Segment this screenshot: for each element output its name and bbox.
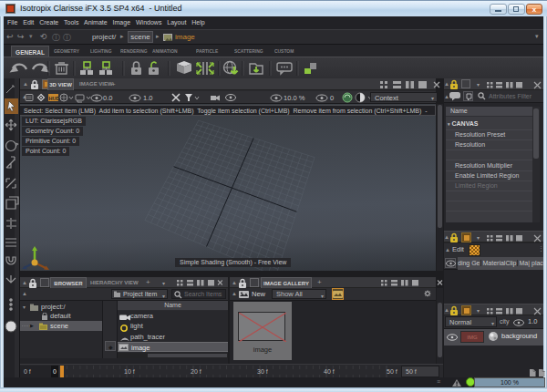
svg-text:HUD: HUD	[49, 96, 60, 101]
